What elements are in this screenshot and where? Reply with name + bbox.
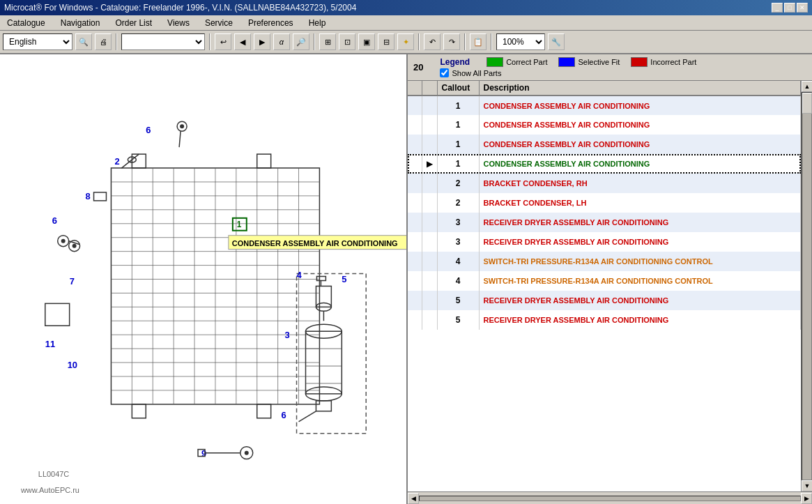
legend-selective: Selective Fit (558, 57, 620, 67)
svg-text:LL0047C: LL0047C (38, 470, 70, 478)
vertical-scrollbar[interactable]: ▲ ▼ (801, 81, 812, 491)
table-row[interactable]: 4SWITCH-TRI PRESSURE-R134A AIR CONDITION… (408, 252, 801, 271)
row-check-cell (408, 232, 422, 252)
table-header-row: Callout Description (408, 81, 801, 96)
menu-order-list[interactable]: Order List (111, 17, 156, 29)
row-description: CONDENSER ASSEMBLY AIR CONDITIONING (479, 115, 801, 135)
selective-fit-label: Selective Fit (578, 58, 620, 66)
row-check-cell (408, 271, 422, 291)
row-check-cell (408, 154, 422, 174)
row-check-cell (408, 174, 422, 193)
scroll-track[interactable] (802, 92, 812, 480)
incorrect-part-icon (631, 57, 648, 67)
row-arrow-cell (422, 135, 437, 154)
table-row[interactable]: 1CONDENSER ASSEMBLY AIR CONDITIONING (408, 135, 801, 154)
note-button[interactable]: 📋 (470, 33, 487, 50)
table-row[interactable]: 1CONDENSER ASSEMBLY AIR CONDITIONING (408, 96, 801, 115)
menu-catalogue[interactable]: Catalogue (3, 17, 49, 29)
bottom-scrollbar[interactable]: ◀ ▶ (408, 491, 812, 504)
svg-text:11: 11 (45, 339, 55, 349)
title-text: Microcat® For Windows - Catalogue: Freel… (4, 3, 356, 13)
view1-button[interactable]: ⊞ (319, 33, 336, 50)
table-row[interactable]: 5RECEIVER DRYER ASSEMBLY AIR CONDITIONIN… (408, 291, 801, 310)
search-button[interactable]: 🔎 (293, 33, 309, 50)
row-arrow-cell (422, 291, 437, 310)
zoom-in-button[interactable]: 🔍 (75, 33, 92, 50)
parts-table-container[interactable]: Callout Description 1CONDENSER ASSEMBLY … (408, 81, 801, 491)
alpha-button[interactable]: α (273, 33, 290, 50)
h-scroll-track[interactable] (419, 496, 801, 501)
menu-service[interactable]: Service (201, 17, 237, 29)
scroll-down-button[interactable]: ▼ (802, 480, 812, 491)
incorrect-part-label: Incorrect Part (650, 58, 696, 66)
maximize-button[interactable]: □ (784, 3, 795, 13)
minimize-button[interactable]: _ (772, 3, 783, 13)
right-button[interactable]: ▶ (254, 33, 270, 50)
toolbar-separator-2 (209, 33, 210, 50)
toolbar-separator-6 (491, 33, 492, 50)
svg-text:3: 3 (285, 330, 290, 340)
zoom-dropdown[interactable]: 100% 50% 75% 125% 150% (496, 33, 545, 50)
highlight-button[interactable]: ✦ (397, 33, 414, 50)
parts-panel-right: Callout Description 1CONDENSER ASSEMBLY … (408, 81, 812, 491)
view2-button[interactable]: ⊡ (339, 33, 355, 50)
table-row[interactable]: 5RECEIVER DRYER ASSEMBLY AIR CONDITIONIN… (408, 310, 801, 330)
row-arrow-cell (422, 271, 437, 291)
scroll-left-button[interactable]: ◀ (408, 493, 419, 504)
row-check-cell (408, 96, 422, 115)
row-description: CONDENSER ASSEMBLY AIR CONDITIONING (479, 154, 801, 174)
svg-point-70 (245, 451, 249, 455)
table-row[interactable]: ▶1CONDENSER ASSEMBLY AIR CONDITIONING (408, 154, 801, 174)
undo-button[interactable]: ↶ (424, 33, 441, 50)
svg-text:10: 10 (68, 360, 77, 370)
table-row[interactable]: 3RECEIVER DRYER ASSEMBLY AIR CONDITIONIN… (408, 232, 801, 252)
row-check-cell (408, 291, 422, 310)
row-callout: 4 (437, 271, 479, 291)
menu-views[interactable]: Views (163, 17, 194, 29)
table-row[interactable]: 4SWITCH-TRI PRESSURE-R134A AIR CONDITION… (408, 271, 801, 291)
row-arrow-cell (422, 213, 437, 232)
show-all-row: Show All Parts (440, 68, 696, 77)
show-all-label: Show All Parts (452, 69, 501, 77)
view4-button[interactable]: ⊟ (378, 33, 394, 50)
menu-help[interactable]: Help (305, 17, 330, 29)
row-callout: 5 (437, 310, 479, 330)
legend-title: Legend (440, 57, 470, 67)
close-button[interactable]: ✕ (797, 3, 808, 13)
left-button[interactable]: ◀ (234, 33, 251, 50)
svg-text:6: 6 (282, 410, 286, 420)
table-row[interactable]: 3RECEIVER DRYER ASSEMBLY AIR CONDITIONIN… (408, 213, 801, 232)
redo-button[interactable]: ↷ (443, 33, 460, 50)
table-row[interactable]: 1CONDENSER ASSEMBLY AIR CONDITIONING (408, 115, 801, 135)
row-callout: 1 (437, 115, 479, 135)
svg-text:www.AutoEPC.ru: www.AutoEPC.ru (20, 486, 79, 494)
view3-button[interactable]: ▣ (358, 33, 375, 50)
selective-fit-icon (558, 57, 575, 67)
scroll-right-button[interactable]: ▶ (801, 493, 812, 504)
main-content: 2 6 8 6 7 (0, 54, 812, 504)
language-dropdown[interactable]: English (3, 33, 72, 50)
show-all-checkbox[interactable] (440, 68, 449, 77)
table-row[interactable]: 2BRACKET CONDENSER, LH (408, 193, 801, 213)
back-button[interactable]: ↩ (215, 33, 231, 50)
scroll-up-button[interactable]: ▲ (802, 81, 812, 92)
part-search-dropdown[interactable] (121, 33, 205, 50)
menu-navigation[interactable]: Navigation (56, 17, 105, 29)
toolbar-separator-1 (116, 33, 117, 50)
header-description: Description (479, 81, 801, 96)
correct-part-icon (487, 57, 503, 67)
svg-text:5: 5 (342, 274, 346, 284)
parts-table-body: 1CONDENSER ASSEMBLY AIR CONDITIONING1CON… (408, 96, 801, 330)
scroll-thumb[interactable] (802, 93, 812, 114)
row-check-cell (408, 115, 422, 135)
legend-correct: Correct Part (487, 57, 547, 67)
svg-text:8: 8 (86, 191, 91, 201)
diagram-panel[interactable]: 2 6 8 6 7 (0, 54, 408, 504)
row-callout: 3 (437, 213, 479, 232)
settings-button[interactable]: 🔧 (548, 33, 565, 50)
menu-preferences[interactable]: Preferences (244, 17, 298, 29)
table-row[interactable]: 2BRACKET CONDENSER, RH (408, 174, 801, 193)
print-button[interactable]: 🖨 (95, 33, 112, 50)
parts-table: Callout Description 1CONDENSER ASSEMBLY … (408, 81, 801, 330)
row-description: SWITCH-TRI PRESSURE-R134A AIR CONDITIONI… (479, 271, 801, 291)
